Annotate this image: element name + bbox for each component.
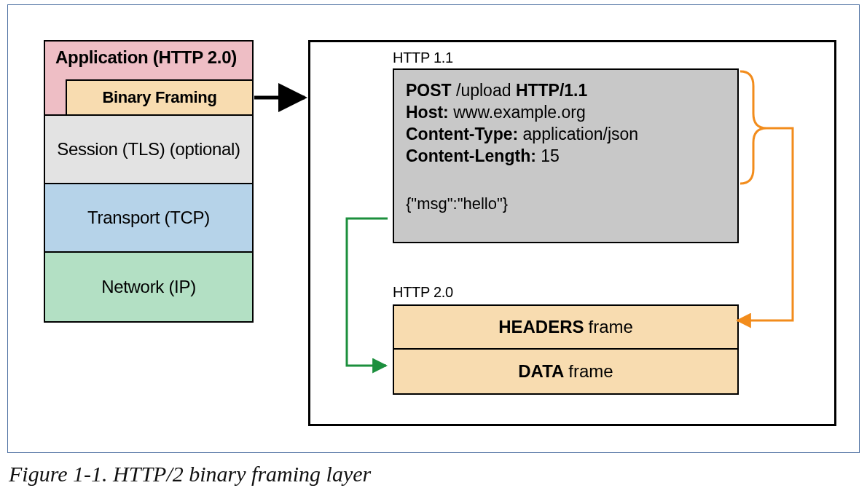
layer-application: Application (HTTP 2.0) Binary Framing — [45, 42, 252, 116]
http20-heading: HTTP 2.0 — [393, 284, 453, 301]
binary-framing-label: Binary Framing — [102, 88, 216, 107]
layer-application-label: Application (HTTP 2.0) — [55, 47, 237, 68]
layer-transport-label: Transport (TCP) — [87, 208, 210, 228]
content-length-key: Content-Length: — [406, 146, 536, 165]
request-body: {"msg":"hello"} — [406, 194, 726, 215]
layer-session: Session (TLS) (optional) — [45, 116, 252, 184]
request-version: HTTP/1.1 — [516, 81, 587, 100]
layer-transport: Transport (TCP) — [45, 184, 252, 253]
figure-caption: Figure 1-1. HTTP/2 binary framing layer — [9, 462, 371, 487]
host-header-value: www.example.org — [453, 103, 586, 122]
framing-illustration: HTTP 1.1 POST /upload HTTP/1.1 Host: www… — [308, 40, 836, 426]
binary-framing-layer: Binary Framing — [66, 79, 254, 116]
http20-frames: HEADERS frame DATA frame — [393, 304, 739, 395]
layer-network: Network (IP) — [45, 253, 252, 321]
layer-session-label: Session (TLS) (optional) — [57, 139, 240, 160]
content-type-value: application/json — [523, 125, 639, 143]
figure-frame: Application (HTTP 2.0) Binary Framing Se… — [7, 4, 860, 453]
content-length-value: 15 — [541, 146, 560, 165]
http11-heading: HTTP 1.1 — [393, 50, 453, 66]
layer-network-label: Network (IP) — [101, 277, 196, 297]
request-method: POST — [406, 81, 452, 100]
http11-request-box: POST /upload HTTP/1.1 Host: www.example.… — [393, 68, 739, 243]
protocol-stack: Application (HTTP 2.0) Binary Framing Se… — [44, 40, 254, 323]
content-type-key: Content-Type: — [406, 125, 518, 143]
host-header-key: Host: — [406, 103, 449, 122]
data-frame: DATA frame — [394, 350, 737, 393]
request-path: /upload — [456, 81, 511, 100]
headers-frame: HEADERS frame — [394, 306, 737, 350]
